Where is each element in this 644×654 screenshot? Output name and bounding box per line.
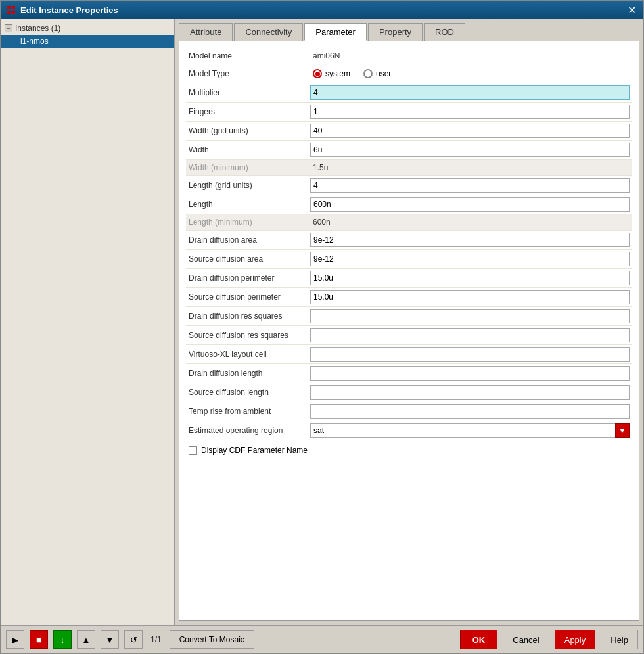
form-value-cell-14 (308, 345, 632, 364)
form-input-13[interactable] (310, 328, 630, 342)
panel: Attribute Connectivity Parameter Propert… (175, 19, 643, 625)
form-label-8: Drain diffusion area (186, 231, 308, 250)
sidebar: − Instances (1) l1-nmos (1, 19, 175, 625)
title-bar: Edit Instance Properties ✕ (1, 1, 643, 19)
radio-system[interactable]: system (313, 69, 350, 78)
model-type-radio-group: system user (310, 66, 394, 81)
cancel-button[interactable]: Cancel (503, 630, 549, 649)
help-button[interactable]: Help (601, 630, 638, 649)
apply-button[interactable]: Apply (555, 630, 596, 649)
dropdown-wrapper-18: ▼ (310, 423, 630, 438)
nav-refresh-btn[interactable]: ↺ (124, 630, 143, 649)
form-label-12: Drain diffusion res squares (186, 307, 308, 326)
form-input-10[interactable] (310, 271, 630, 285)
form-label-14: Virtuoso-XL layout cell (186, 345, 308, 364)
model-type-label: Model Type (186, 64, 308, 83)
form-label-4: Width (minimum) (186, 160, 308, 176)
display-cdf-label: Display CDF Parameter Name (201, 446, 308, 455)
form-input-0[interactable] (310, 85, 630, 100)
page-label: 1/1 (150, 635, 162, 644)
display-cdf-area: Display CDF Parameter Name (186, 440, 632, 460)
form-value-cell-11 (308, 288, 632, 307)
nav-up-btn[interactable]: ▲ (77, 630, 95, 649)
sidebar-item-label: l1-nmos (20, 37, 49, 46)
form-input-11[interactable] (310, 290, 630, 304)
model-type-value-cell: system user (308, 64, 632, 83)
form-label-3: Width (186, 141, 308, 160)
form-value-cell-0 (308, 83, 632, 103)
form-input-8[interactable] (310, 233, 630, 247)
window-title: Edit Instance Properties (20, 5, 621, 15)
main-window: Edit Instance Properties ✕ − Instances (… (0, 0, 644, 654)
form-value-cell-8 (308, 231, 632, 250)
sidebar-item-l1nmos[interactable]: l1-nmos (1, 35, 174, 48)
form-value-cell-1 (308, 103, 632, 122)
convert-btn[interactable]: Convert To Mosaic (170, 630, 254, 649)
nav-save-btn[interactable]: ↓ (53, 630, 72, 649)
form-input-9[interactable] (310, 252, 630, 266)
form-value-cell-5 (308, 176, 632, 195)
form-input-14[interactable] (310, 347, 630, 362)
svg-rect-2 (7, 11, 11, 14)
form-value-cell-18: ▼ (308, 421, 632, 440)
form-input-3[interactable] (310, 143, 630, 157)
radio-user-label: user (376, 69, 391, 78)
sidebar-expand-btn[interactable]: − (5, 24, 12, 32)
svg-rect-1 (12, 6, 15, 9)
form-label-1: Fingers (186, 103, 308, 122)
form-input-16[interactable] (310, 385, 630, 400)
main-content: − Instances (1) l1-nmos Attribute Connec… (1, 19, 643, 625)
form-input-15[interactable] (310, 366, 630, 381)
nav-play-btn[interactable]: ▶ (6, 630, 24, 649)
form-label-7: Length (minimum) (186, 214, 308, 231)
svg-rect-3 (12, 11, 15, 14)
form-input-12[interactable] (310, 309, 630, 323)
form-label-6: Length (186, 195, 308, 214)
tab-parameter[interactable]: Parameter (304, 23, 367, 41)
form-value-cell-9 (308, 250, 632, 269)
form-value-cell-10 (308, 269, 632, 288)
form-grid: Model name ami06N Model Type (186, 48, 632, 83)
form-value-cell-4: 1.5u (308, 160, 632, 176)
form-label-16: Source diffusion length (186, 383, 308, 402)
bottom-bar: ▶ ■ ↓ ▲ ▼ ↺ 1/1 Convert To Mosaic OK Can… (1, 625, 643, 653)
tab-rod[interactable]: ROD (424, 23, 465, 41)
form-input-1[interactable] (310, 105, 630, 119)
form-input-17[interactable] (310, 404, 630, 419)
tab-connectivity[interactable]: Connectivity (234, 23, 303, 41)
sidebar-instances-row: − Instances (1) (1, 22, 174, 35)
model-name-value-cell: ami06N (308, 48, 632, 64)
sidebar-instances-label: Instances (1) (15, 24, 60, 33)
form-input-6[interactable] (310, 197, 630, 212)
form-label-17: Temp rise from ambient (186, 402, 308, 421)
tab-attribute[interactable]: Attribute (179, 23, 233, 41)
radio-user[interactable]: user (363, 69, 391, 78)
nav-stop-btn[interactable]: ■ (30, 630, 48, 649)
form-label-0: Multiplier (186, 83, 308, 103)
form-value-cell-15 (308, 364, 632, 383)
form-value-cell-17 (308, 402, 632, 421)
dropdown-field-18[interactable] (310, 423, 615, 438)
model-name-value: ami06N (310, 50, 342, 62)
display-cdf-checkbox[interactable] (189, 446, 197, 455)
radio-system-btn[interactable] (313, 69, 322, 78)
radio-user-btn[interactable] (363, 69, 373, 78)
close-button[interactable]: ✕ (625, 3, 638, 16)
svg-rect-0 (7, 6, 11, 9)
tab-content: Model name ami06N Model Type (179, 41, 639, 621)
ok-button[interactable]: OK (460, 630, 498, 649)
form-input-5[interactable] (310, 178, 630, 193)
form-label-18: Estimated operating region (186, 421, 308, 440)
dropdown-btn-18[interactable]: ▼ (615, 423, 630, 438)
form-value-cell-6 (308, 195, 632, 214)
form-label-2: Width (grid units) (186, 122, 308, 141)
form-label-15: Drain diffusion length (186, 364, 308, 383)
tab-property[interactable]: Property (368, 23, 423, 41)
form-input-2[interactable] (310, 124, 630, 138)
form-static-7: 600n (310, 216, 333, 228)
form-value-cell-13 (308, 326, 632, 345)
nav-down-btn[interactable]: ▼ (101, 630, 119, 649)
form-value-cell-2 (308, 122, 632, 141)
form-static-4: 1.5u (310, 162, 331, 174)
form-label-11: Source diffusion perimeter (186, 288, 308, 307)
